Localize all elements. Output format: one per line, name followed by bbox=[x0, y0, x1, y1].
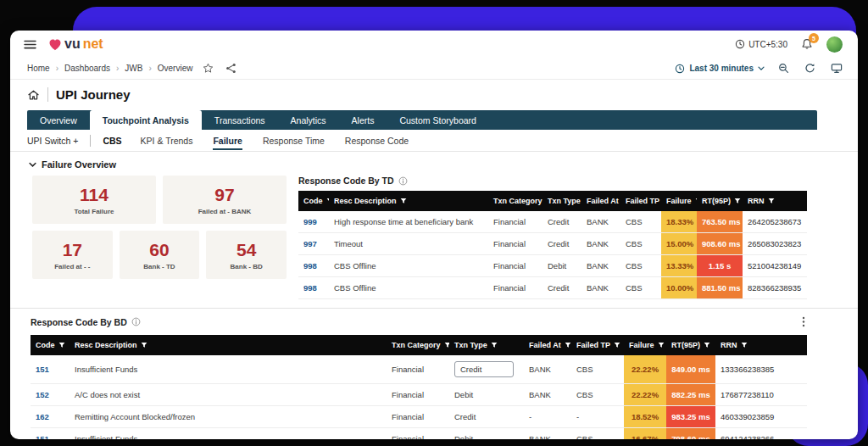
cell-failed-tp: CBS bbox=[620, 233, 661, 255]
column-header-failed-tp[interactable]: Failed TP bbox=[620, 191, 661, 211]
notifications-button[interactable]: 5 bbox=[801, 38, 813, 50]
cell-txn-type: Debit bbox=[449, 384, 524, 406]
cell-failed-tp: CBS bbox=[571, 355, 624, 384]
cell-txn-category: Financial bbox=[488, 233, 542, 255]
filter-icon[interactable] bbox=[565, 342, 571, 348]
table-row[interactable]: 152A/C does not existFinancialDebitBANKC… bbox=[31, 384, 807, 406]
bd-panel-menu-button[interactable] bbox=[800, 315, 807, 329]
info-icon[interactable] bbox=[398, 176, 408, 186]
vunet-logo[interactable]: vunet bbox=[48, 36, 103, 52]
refresh-icon bbox=[804, 63, 815, 74]
table-header-row: CodeResc DescriptionTxn CategoryTxn Type… bbox=[31, 335, 807, 355]
cell-failed-tp: CBS bbox=[571, 384, 624, 406]
cell-failed-at: BANK bbox=[524, 428, 571, 440]
stat-label: Failed at - BANK bbox=[198, 208, 252, 215]
column-header-rt-95p[interactable]: RT(95P) bbox=[666, 335, 715, 355]
subtab-group-cbs[interactable]: CBS bbox=[103, 136, 121, 146]
cell-failure: 18.33% bbox=[661, 211, 697, 233]
home-icon[interactable] bbox=[27, 89, 40, 101]
subtab-group-upi-switch[interactable]: UPI Switch + bbox=[27, 136, 78, 146]
breadcrumb-item-dashboards[interactable]: Dashboards bbox=[64, 64, 110, 73]
selected-cell-box[interactable]: Credit bbox=[454, 361, 514, 377]
hamburger-icon bbox=[24, 40, 36, 49]
column-header-txn-category[interactable]: Txn Category bbox=[488, 191, 542, 211]
zoom-out-button[interactable] bbox=[776, 61, 791, 75]
hamburger-menu-button[interactable] bbox=[22, 38, 38, 51]
tab-overview[interactable]: Overview bbox=[27, 110, 90, 130]
filter-icon[interactable] bbox=[768, 198, 775, 204]
column-header-failure[interactable]: Failure bbox=[661, 191, 697, 211]
timezone-display[interactable]: UTC+5:30 bbox=[735, 39, 787, 49]
column-header-label: Resc Description bbox=[75, 341, 137, 349]
filter-icon[interactable] bbox=[704, 342, 710, 348]
filter-icon[interactable] bbox=[741, 342, 748, 348]
table-row[interactable]: 162Remitting Account Blocked/frozenFinan… bbox=[31, 406, 807, 428]
subtab-response-code[interactable]: Response Code bbox=[345, 131, 409, 150]
breadcrumb-item-jwb[interactable]: JWB bbox=[125, 64, 142, 73]
filter-icon[interactable] bbox=[326, 198, 330, 204]
breadcrumb-item-overview[interactable]: Overview bbox=[158, 64, 193, 73]
filter-icon[interactable] bbox=[58, 342, 65, 348]
column-header-rt-95p[interactable]: RT(95P) bbox=[697, 191, 743, 211]
cell-txn-category: Financial bbox=[488, 277, 542, 299]
bd-table-title: Response Code By BD bbox=[31, 317, 127, 327]
column-header-code[interactable]: Code bbox=[298, 191, 329, 211]
column-header-txn-category[interactable]: Txn Category bbox=[387, 335, 449, 355]
table-row[interactable]: 151Insufficient FundsFinancialDebitBANKC… bbox=[31, 428, 807, 440]
column-header-txn-type[interactable]: Txn Type bbox=[542, 191, 581, 211]
column-header-txn-type[interactable]: Txn Type bbox=[449, 335, 524, 355]
table-row[interactable]: 151Insufficient FundsFinancialCreditBANK… bbox=[31, 355, 807, 384]
filter-icon[interactable] bbox=[614, 342, 620, 348]
tab-transactions[interactable]: Transactions bbox=[202, 110, 278, 130]
cell-rrn: 133366238385 bbox=[715, 355, 807, 384]
cell-txn-type: Credit bbox=[542, 233, 581, 255]
td-table-title: Response Code By TD bbox=[298, 176, 394, 186]
column-header-failed-at[interactable]: Failed At bbox=[524, 335, 571, 355]
filter-icon[interactable] bbox=[444, 342, 449, 348]
column-header-label: Code bbox=[36, 341, 55, 349]
subtab-kpi-trends[interactable]: KPI & Trends bbox=[141, 131, 193, 150]
favorite-button[interactable] bbox=[201, 61, 215, 75]
cell-description: Insufficient Funds bbox=[70, 428, 387, 440]
filter-icon[interactable] bbox=[400, 198, 407, 204]
section-failure-overview[interactable]: Failure Overview bbox=[10, 152, 858, 174]
tab-alerts[interactable]: Alerts bbox=[339, 110, 387, 130]
column-header-failed-tp[interactable]: Failed TP bbox=[571, 335, 624, 355]
filter-icon[interactable] bbox=[734, 198, 741, 204]
filter-icon[interactable] bbox=[695, 198, 697, 204]
column-header-failure[interactable]: Failure bbox=[624, 335, 666, 355]
subtab-response-time[interactable]: Response Time bbox=[263, 131, 325, 150]
table-row[interactable]: 998CBS OfflineFinancialCreditBANKCBS10.0… bbox=[298, 277, 807, 299]
info-icon[interactable] bbox=[131, 317, 141, 326]
column-header-rrn[interactable]: RRN bbox=[715, 335, 807, 355]
stat-value: 54 bbox=[236, 241, 256, 259]
filter-icon[interactable] bbox=[491, 342, 498, 348]
stat-card-total-failure: 114Total Failure bbox=[32, 176, 156, 224]
clock-icon bbox=[735, 39, 745, 49]
tab-analytics[interactable]: Analytics bbox=[278, 110, 339, 130]
column-header-code[interactable]: Code bbox=[31, 335, 70, 355]
column-header-resc-description[interactable]: Resc Description bbox=[329, 191, 488, 211]
cell-rrn: 694124238266 bbox=[715, 428, 807, 440]
column-header-label: Txn Category bbox=[493, 197, 542, 205]
table-row[interactable]: 997TimeoutFinancialCreditBANKCBS15.00%90… bbox=[298, 233, 807, 255]
table-row[interactable]: 998CBS OfflineFinancialDebitBANKCBS13.33… bbox=[298, 255, 807, 277]
stat-value: 97 bbox=[214, 186, 234, 204]
response-code-bd-table: CodeResc DescriptionTxn CategoryTxn Type… bbox=[31, 335, 807, 439]
table-row[interactable]: 999High response time at beneficiary ban… bbox=[298, 211, 807, 233]
tab-touchpoint-analysis[interactable]: Touchpoint Analysis bbox=[90, 110, 202, 130]
column-header-resc-description[interactable]: Resc Description bbox=[70, 335, 387, 355]
time-range-picker[interactable]: Last 30 minutes bbox=[675, 64, 765, 74]
display-mode-button[interactable] bbox=[829, 61, 844, 75]
refresh-button[interactable] bbox=[803, 61, 817, 75]
breadcrumb-item-home[interactable]: Home bbox=[27, 64, 50, 73]
subtab-failure[interactable]: Failure bbox=[213, 131, 242, 150]
share-button[interactable] bbox=[224, 61, 238, 75]
filter-icon[interactable] bbox=[658, 342, 665, 348]
cell-description: CBS Offline bbox=[329, 277, 488, 299]
filter-icon[interactable] bbox=[141, 342, 147, 348]
user-avatar[interactable] bbox=[826, 36, 843, 53]
column-header-failed-at[interactable]: Failed At bbox=[581, 191, 620, 211]
tab-custom-storyboard[interactable]: Custom Storyboard bbox=[387, 110, 488, 130]
column-header-rrn[interactable]: RRN bbox=[743, 191, 807, 211]
